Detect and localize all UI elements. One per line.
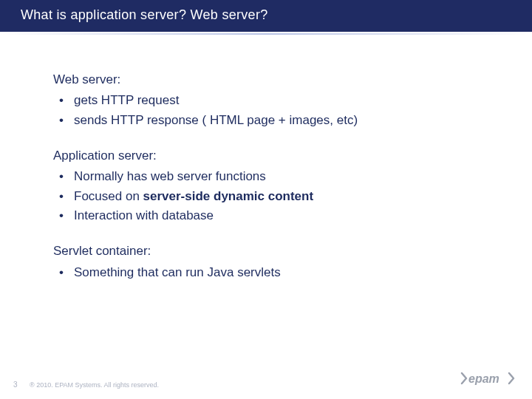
bullet-text: Normally has web server functions [74, 169, 266, 183]
list-item: Interaction with database [69, 206, 502, 225]
section-label-servlet-container: Servlet container: [53, 242, 502, 261]
slide-body: Web server: gets HTTP request sends HTTP… [0, 35, 532, 282]
bullet-text: sends HTTP response ( HTML page + images… [74, 113, 358, 127]
list-item: Normally has web server functions [69, 167, 502, 186]
bullet-text: Interaction with database [74, 208, 214, 222]
slide: What is application server? Web server? … [0, 0, 532, 399]
list-item: Something that can run Java servlets [69, 263, 502, 282]
epam-logo: epam [460, 368, 516, 392]
list-item: gets HTTP request [69, 91, 502, 110]
page-number: 3 [13, 381, 18, 389]
bullet-text: gets HTTP request [74, 93, 179, 107]
bullet-list-web-server: gets HTTP request sends HTTP response ( … [53, 91, 502, 130]
footer: 3 ® 2010. EPAM Systems. All rights reser… [0, 369, 532, 392]
epam-logo-icon: epam [460, 368, 516, 389]
copyright-text: ® 2010. EPAM Systems. All rights reserve… [30, 381, 159, 389]
title-bar: What is application server? Web server? [0, 0, 532, 32]
logo-text: epam [468, 372, 499, 385]
bullet-text: Something that can run Java servlets [74, 265, 281, 279]
list-item: Focused on server-side dynamic content [69, 187, 502, 206]
section-label-web-server: Web server: [53, 70, 502, 89]
section-label-application-server: Application server: [53, 146, 502, 166]
bullet-list-application-server: Normally has web server functions Focuse… [53, 167, 502, 225]
slide-title: What is application server? Web server? [21, 7, 268, 22]
bullet-text-prefix: Focused on [74, 189, 143, 203]
list-item: sends HTTP response ( HTML page + images… [69, 111, 502, 130]
bullet-text-strong: server-side dynamic content [143, 189, 314, 203]
bullet-list-servlet-container: Something that can run Java servlets [53, 263, 502, 282]
